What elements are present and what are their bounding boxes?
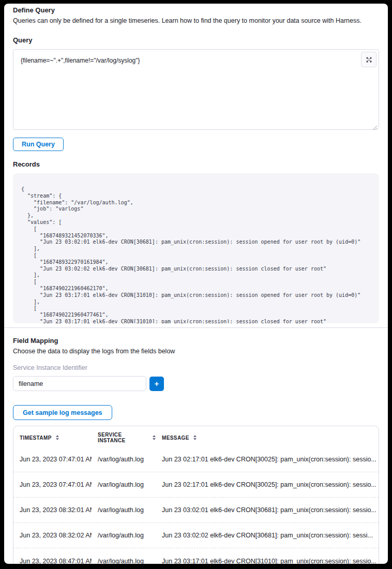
column-header-label: TIMESTAMP — [20, 435, 52, 441]
cell-timestamp: Jun 23, 2023 08:47:01 AM — [13, 558, 92, 564]
query-input[interactable]: {filename=~".+",filename!="/var/log/sysl… — [13, 49, 379, 130]
cell-message: Jun 23 03:17:01 elk6-dev CRON[31010]: pa… — [156, 558, 379, 564]
resize-handle-icon[interactable] — [372, 123, 378, 128]
cell-service-instance: /var/log/auth.log — [92, 506, 156, 514]
table-row[interactable]: Jun 23, 2023 08:47:01 AM /var/log/auth.l… — [13, 548, 379, 564]
cell-timestamp: Jun 23, 2023 07:47:01 AM — [13, 456, 92, 463]
field-mapping-description: Choose the data to display the logs from… — [13, 347, 379, 355]
health-source-config-panel: Define Query Queries can only be defined… — [4, 4, 388, 564]
cell-message: Jun 23 03:02:01 elk6-dev CRON[30681]: pa… — [156, 506, 379, 514]
table-row[interactable]: Jun 23, 2023 07:47:01 AM /var/log/auth.l… — [13, 447, 379, 472]
field-mapping-title: Field Mapping — [13, 336, 379, 345]
records-output[interactable]: { "stream": { "filename": "/var/log/auth… — [13, 173, 379, 323]
define-query-description: Queries can only be defined for a single… — [13, 17, 379, 25]
table-row[interactable]: Jun 23, 2023 08:32:01 AM /var/log/auth.l… — [13, 498, 379, 523]
cell-service-instance: /var/log/auth.log — [92, 532, 156, 539]
table-body: Jun 23, 2023 07:47:01 AM /var/log/auth.l… — [13, 447, 379, 564]
query-label: Query — [13, 36, 379, 44]
field-mapping-section: Field Mapping Choose the data to display… — [4, 328, 388, 564]
cell-service-instance: /var/log/auth.log — [92, 558, 156, 564]
cell-message: Jun 23 02:17:01 elk6-dev CRON[30025]: pa… — [156, 456, 379, 463]
sample-log-table: TIMESTAMP SERVICE INSTANCE MESSAGE Jun 2… — [13, 426, 379, 564]
service-instance-input[interactable] — [13, 376, 146, 391]
table-header-row: TIMESTAMP SERVICE INSTANCE MESSAGE — [13, 426, 379, 447]
cell-message: Jun 23 03:02:02 elk6-dev CRON[30681]: pa… — [156, 532, 379, 539]
column-header-label: MESSAGE — [162, 435, 189, 441]
cell-timestamp: Jun 23, 2023 07:47:01 AM — [13, 481, 92, 488]
service-instance-identifier-label: Service Instance Identifier — [13, 364, 379, 372]
run-query-button[interactable]: Run Query — [13, 138, 64, 151]
cell-timestamp: Jun 23, 2023 08:32:02 AM — [13, 532, 92, 539]
expand-query-button[interactable] — [361, 52, 376, 67]
column-header-label: SERVICE INSTANCE — [98, 432, 148, 443]
column-header-service-instance[interactable]: SERVICE INSTANCE — [92, 432, 156, 443]
define-query-title: Define Query — [13, 6, 379, 14]
add-field-button[interactable]: + — [149, 377, 164, 391]
table-row[interactable]: Jun 23, 2023 07:47:01 AM /var/log/auth.l… — [13, 472, 379, 498]
table-row[interactable]: Jun 23, 2023 08:32:02 AM /var/log/auth.l… — [13, 523, 379, 548]
column-header-message[interactable]: MESSAGE — [156, 435, 379, 441]
sort-icon[interactable] — [56, 435, 59, 440]
cell-message: Jun 23 02:17:01 elk6-dev CRON[30025]: pa… — [156, 481, 379, 488]
sort-icon[interactable] — [193, 435, 197, 440]
records-label: Records — [13, 160, 379, 169]
get-sample-log-messages-button[interactable]: Get sample log messages — [13, 405, 112, 420]
cell-service-instance: /var/log/auth.log — [92, 456, 156, 463]
column-header-timestamp[interactable]: TIMESTAMP — [13, 435, 92, 441]
cell-timestamp: Jun 23, 2023 08:32:01 AM — [13, 506, 92, 514]
query-editor: {filename=~".+",filename!="/var/log/sysl… — [13, 49, 379, 130]
plus-icon: + — [155, 380, 159, 387]
define-query-section: Define Query Queries can only be defined… — [4, 4, 388, 323]
service-instance-input-row: + — [13, 376, 379, 391]
cell-service-instance: /var/log/auth.log — [92, 481, 156, 488]
expand-icon — [366, 56, 372, 63]
